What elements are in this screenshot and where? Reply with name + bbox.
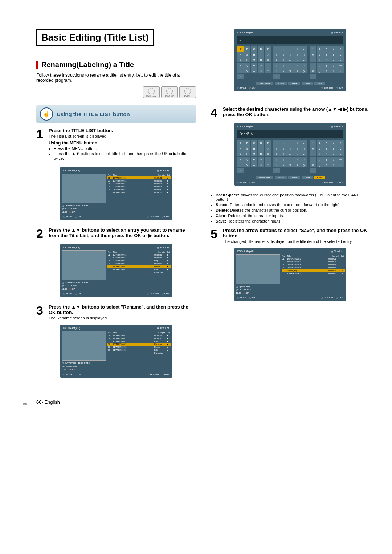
osd-title-list-3: DVD-RAM(VR)◉ Title List ▢ 21/APR/2004 12… bbox=[60, 325, 172, 378]
step-4: 4 Select the desired characters using th… bbox=[211, 106, 370, 119]
disc-compat-row: DVD-RAM DVD-RW DVD-R bbox=[36, 86, 196, 98]
hand-icon: ☝ bbox=[40, 107, 53, 121]
disc-dvd-r-icon: DVD-R bbox=[179, 86, 196, 98]
page-footer: 66- English bbox=[0, 399, 392, 405]
side-tab-label: Editing bbox=[22, 403, 27, 405]
step-number: 5 bbox=[211, 228, 220, 244]
disc-dvd-rw-icon: DVD-RW bbox=[161, 86, 178, 98]
step-3-sub: The Rename screen is displayed. bbox=[49, 316, 196, 320]
step-1-h5: Using the MENU button bbox=[49, 140, 196, 146]
step-number: 3 bbox=[36, 304, 46, 320]
step-number: 4 bbox=[211, 106, 220, 119]
step-number: 2 bbox=[36, 227, 46, 240]
step-1-sub: The Title List screen is displayed bbox=[49, 134, 196, 138]
osd-title-list-1: DVD-RAM(VR)◉ Title List ▢ 19/APR/2004 12… bbox=[60, 167, 172, 220]
step-3: 3 Press the ▲▼ buttons to select "Rename… bbox=[36, 304, 196, 320]
step-1-bullet: Press the ▲▼ buttons to select Title Lis… bbox=[54, 151, 196, 160]
subsection-heading: ☝ Using the TITLE LIST button bbox=[36, 105, 196, 123]
keyboard-notes: Back Space: Moves the cursor one positio… bbox=[211, 193, 370, 223]
step-1: 1 Press the TITLE LIST button. The Title… bbox=[36, 128, 196, 163]
osd-title-list-renamed: DVD-RAM(VR)◉ Title List ▢ Sports (A1) ◷ … bbox=[234, 248, 346, 301]
section-intro: Follow these instructions to rename a ti… bbox=[36, 73, 196, 83]
step-2-title: Press the ▲▼ buttons to select an entry … bbox=[49, 227, 196, 238]
section-heading: Renaming(Labeling) a Title bbox=[36, 61, 196, 69]
osd-rename-keyboard-1: DVD-RAM(VR)◉ Rename _ ABCDEFGHIJKLMNOPQR… bbox=[234, 29, 346, 91]
step-1-bullet: Press the MENU button. bbox=[54, 146, 196, 151]
step-5-title: Press the arrow buttons to select "Save"… bbox=[223, 228, 370, 239]
disc-dvd-ram-icon: DVD-RAM bbox=[143, 86, 160, 98]
step-4-title: Select the desired characters using the … bbox=[223, 106, 370, 117]
step-5-sub: The changed title name is displayed on t… bbox=[223, 239, 370, 244]
step-1-title: Press the TITLE LIST button. bbox=[49, 128, 196, 133]
osd-rename-keyboard-2: DVD-RAM(VR)◉ Rename Sports(A1)_ ABCDEFGH… bbox=[234, 123, 346, 186]
step-5: 5 Press the arrow buttons to select "Sav… bbox=[211, 228, 370, 244]
step-2: 2 Press the ▲▼ buttons to select an entr… bbox=[36, 227, 196, 240]
step-number: 1 bbox=[36, 128, 46, 163]
osd-title-list-2: DVD-RAM(VR)◉ Title List ▢ 21/APR/2004 12… bbox=[60, 244, 172, 297]
step-3-title: Press the ▲▼ buttons to select "Rename",… bbox=[49, 304, 196, 315]
page-title: Basic Editing (Title List) bbox=[36, 29, 154, 46]
